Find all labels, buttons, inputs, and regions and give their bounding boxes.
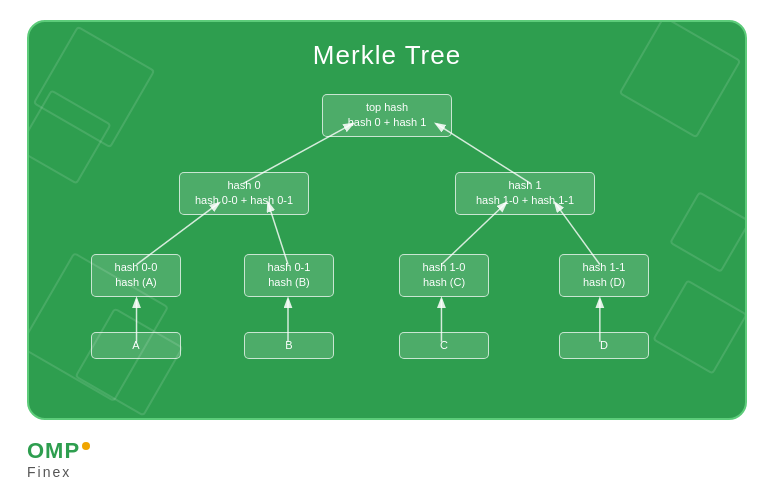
node-hash1: hash 1 hash 1-0 + hash 1-1 [455,172,595,215]
node-top-hash: top hash hash 0 + hash 1 [322,94,452,137]
brand-sub: Finex [27,464,90,480]
node-b: B [244,332,334,359]
brand-top: OMP [27,438,90,464]
node-hash0: hash 0 hash 0-0 + hash 0-1 [179,172,309,215]
diagram-container: Merkle Tree [27,20,747,420]
node-d: D [559,332,649,359]
node-hash10: hash 1-0 hash (C) [399,254,489,297]
hex-decoration [619,20,742,138]
node-hash00: hash 0-0 hash (A) [91,254,181,297]
node-a: A [91,332,181,359]
brand-logo: OMP Finex [27,438,90,480]
hex-decoration [652,279,747,375]
hex-decoration [669,191,747,273]
brand-dot [82,442,90,450]
node-hash11: hash 1-1 hash (D) [559,254,649,297]
brand-name: OMP [27,438,80,464]
footer: OMP Finex [0,430,135,488]
diagram-title: Merkle Tree [29,40,745,71]
node-c: C [399,332,489,359]
page-wrapper: Merkle Tree [0,0,775,500]
node-hash01: hash 0-1 hash (B) [244,254,334,297]
